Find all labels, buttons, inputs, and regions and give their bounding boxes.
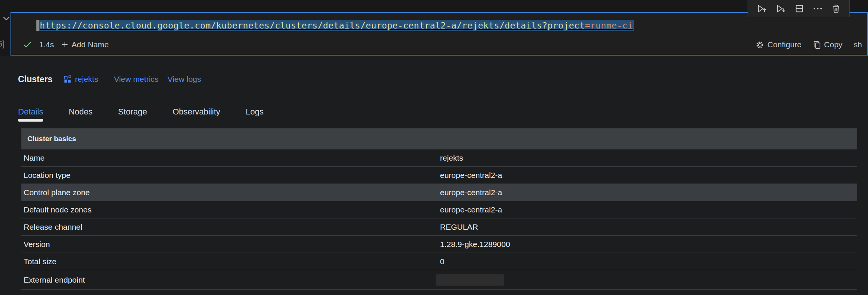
copy-label: Copy (824, 40, 842, 49)
row-label: External endpoint (21, 275, 440, 284)
command-url[interactable]: https://console.cloud.google.com/kuberne… (39, 20, 634, 31)
run-below-icon[interactable] (776, 4, 786, 13)
view-logs-link[interactable]: View logs (168, 75, 201, 84)
tab-observability[interactable]: Observability (160, 101, 233, 122)
table-row-total-size[interactable]: Total size 0 (21, 253, 857, 270)
row-label: Release channel (21, 223, 440, 232)
text-cursor (36, 20, 39, 31)
row-label: Control plane zone (21, 188, 440, 197)
cluster-name-link: rejekts (75, 75, 98, 84)
table-row-control-plane-zone[interactable]: Control plane zone europe-central2-a (21, 184, 857, 201)
copy-icon (813, 41, 821, 49)
tab-label: Logs (246, 107, 264, 117)
notebook-cell[interactable]: https://console.cloud.google.com/kuberne… (11, 12, 868, 56)
row-value: 1.28.9-gke.1289000 (440, 240, 857, 249)
row-value: 0 (440, 257, 857, 266)
plus-icon (62, 41, 68, 48)
cell-toolbar (748, 0, 850, 17)
row-value: europe-central2-a (440, 188, 857, 197)
url-param-text: =runme-ci (585, 21, 633, 30)
row-value: rejekts (440, 154, 857, 163)
table-row-external-endpoint[interactable]: External endpoint (21, 270, 857, 290)
copy-button[interactable]: Copy (813, 40, 842, 49)
row-label: Total size (21, 257, 440, 266)
configure-label: Configure (767, 40, 802, 49)
view-metrics-link[interactable]: View metrics (114, 75, 159, 84)
row-value (440, 274, 857, 286)
tab-nodes[interactable]: Nodes (56, 101, 105, 122)
table-section-header: Cluster basics (21, 128, 857, 149)
cluster-icon (64, 75, 72, 83)
cluster-tabs: Details Nodes Storage Observability Logs (5, 101, 276, 122)
row-value: europe-central2-a (440, 205, 857, 214)
url-base-text: https://console.cloud.google.com/kuberne… (40, 21, 585, 30)
run-above-icon[interactable] (757, 4, 767, 13)
row-label: Location type (21, 171, 440, 180)
table-row-version[interactable]: Version 1.28.9-gke.1289000 (21, 236, 857, 253)
tab-label: Storage (118, 107, 147, 117)
row-label: Version (21, 240, 440, 249)
execution-duration: 1.4s (39, 40, 54, 49)
add-name-button[interactable]: Add Name (62, 40, 109, 49)
success-check-icon (23, 41, 32, 48)
page-title: Clusters (18, 74, 53, 84)
cell-execution-count: [5] (0, 39, 5, 49)
cell-language-label[interactable]: sh (854, 40, 862, 49)
cell-editor-line[interactable]: https://console.cloud.google.com/kuberne… (11, 19, 867, 32)
tab-label: Observability (173, 107, 220, 117)
split-cell-icon[interactable] (795, 4, 804, 13)
table-row-release-channel[interactable]: Release channel REGULAR (21, 218, 857, 236)
tab-label: Nodes (69, 107, 93, 117)
more-actions-icon[interactable] (813, 7, 823, 10)
tab-storage[interactable]: Storage (105, 101, 160, 122)
add-name-label: Add Name (72, 40, 109, 49)
row-label: Name (21, 154, 440, 163)
gear-icon (755, 41, 764, 49)
cell-status-bar: 1.4s Add Name Configure (11, 38, 867, 52)
cell-output-webview: Clusters rejekts View metrics View logs … (0, 56, 868, 295)
chevron-down-icon[interactable] (2, 16, 11, 21)
configure-button[interactable]: Configure (755, 40, 802, 49)
tab-label: Details (18, 107, 43, 117)
active-tab-underline (18, 119, 43, 122)
table-row-default-node-zones[interactable]: Default node zones europe-central2-a (21, 201, 857, 218)
tab-logs[interactable]: Logs (233, 101, 276, 122)
delete-cell-icon[interactable] (832, 4, 840, 13)
row-value: REGULAR (440, 223, 857, 232)
cluster-basics-table: Cluster basics Name rejekts Location typ… (21, 128, 857, 290)
section-title: Cluster basics (27, 135, 76, 143)
redacted-value (436, 274, 504, 286)
row-label: Default node zones (21, 205, 440, 214)
tab-details[interactable]: Details (5, 101, 56, 122)
cluster-header: Clusters rejekts View metrics View logs (18, 71, 201, 87)
row-value: europe-central2-a (440, 171, 857, 180)
cluster-link[interactable]: rejekts (64, 75, 98, 84)
table-row-location-type[interactable]: Location type europe-central2-a (21, 167, 857, 184)
table-row-name[interactable]: Name rejekts (21, 149, 857, 167)
